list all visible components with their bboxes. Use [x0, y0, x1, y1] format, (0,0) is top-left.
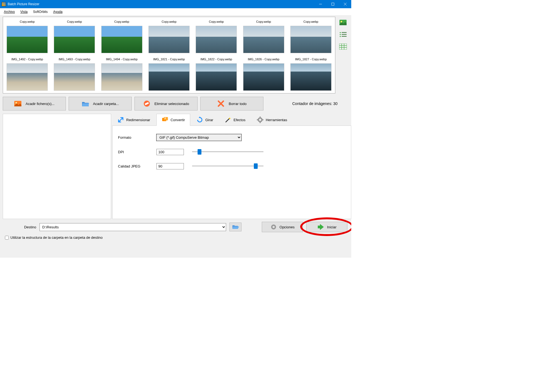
thumbnail-image — [7, 63, 48, 91]
thumbnail-item[interactable]: Copy.webp — [146, 18, 192, 55]
thumbnail-item[interactable]: IMG_1827 - Copy.webp — [288, 56, 334, 92]
close-button[interactable] — [339, 0, 351, 8]
app-icon — [2, 2, 6, 6]
tab-effects[interactable]: Efectos — [220, 114, 251, 126]
tab-resize[interactable]: Redimensionar — [112, 114, 155, 126]
tab-tools[interactable]: Herramientas — [252, 114, 292, 126]
svg-point-8 — [340, 36, 341, 37]
svg-point-6 — [340, 32, 341, 33]
start-button[interactable]: Iniciar — [306, 222, 347, 232]
view-grid-icon[interactable] — [339, 44, 347, 50]
thumbnail-image — [101, 63, 142, 91]
thumbnail-label: Copy.webp — [67, 18, 82, 26]
convert-icon — [162, 117, 168, 123]
remove-icon — [143, 100, 151, 107]
svg-rect-30 — [257, 119, 258, 120]
thumbnail-label: IMG_1821 - Copy.webp — [153, 56, 185, 63]
remove-selected-button[interactable]: Eliminar seleccionado — [134, 97, 198, 110]
format-label: Formato — [118, 135, 156, 140]
thumbnail-item[interactable]: IMG_1494 - Copy.webp — [99, 56, 145, 92]
tab-content-convert: Formato GIF (*.gif) CompuServe Bitmap DP… — [112, 126, 351, 219]
thumbnail-item[interactable]: IMG_1822 - Copy.webp — [193, 56, 239, 92]
thumbnail-item[interactable]: IMG_1821 - Copy.webp — [146, 56, 192, 92]
menu-ayuda[interactable]: Ayuda — [50, 9, 65, 15]
svg-rect-24 — [164, 117, 168, 120]
thumbnail-label: Copy.webp — [256, 18, 271, 26]
browse-folder-button[interactable] — [229, 223, 241, 231]
resize-icon — [117, 117, 124, 123]
tab-convert[interactable]: Convertir — [156, 114, 190, 126]
thumbnail-image — [101, 26, 142, 53]
thumbnail-item[interactable]: Copy.webp — [288, 18, 334, 55]
svg-point-25 — [165, 118, 166, 119]
thumbnail-item[interactable]: Copy.webp — [240, 18, 286, 55]
jpeg-quality-input[interactable] — [156, 163, 184, 169]
thumbnail-image — [148, 63, 190, 91]
thumbnail-item[interactable]: Copy.webp — [51, 18, 97, 55]
add-files-label: Acadir fichero(s)... — [26, 102, 54, 106]
add-files-button[interactable]: Acadir fichero(s)... — [3, 97, 66, 110]
thumbnail-label: IMG_1492 - Copy.webp — [11, 56, 43, 63]
thumbnail-label: Copy.webp — [303, 18, 318, 26]
thumbnail-label: Copy.webp — [209, 18, 224, 26]
jpeg-quality-label: Calidad JPEG — [118, 164, 156, 168]
thumbnail-item[interactable]: IMG_1493 - Copy.webp — [51, 56, 97, 92]
thumbnail-item[interactable]: IMG_1492 - Copy.webp — [4, 56, 50, 92]
thumbnail-image — [290, 26, 331, 53]
thumbnails-panel[interactable]: Copy.webpCopy.webpCopy.webpCopy.webpCopy… — [3, 17, 335, 93]
thumbnail-item[interactable]: Copy.webp — [99, 18, 145, 55]
thumbnail-image — [243, 63, 284, 91]
use-folder-structure-checkbox[interactable] — [5, 236, 9, 240]
window-titlebar: Batch Picture Resizer — [0, 0, 351, 8]
thumbnail-label: IMG_1494 - Copy.webp — [106, 56, 137, 63]
svg-rect-1 — [331, 3, 334, 5]
svg-rect-11 — [342, 36, 347, 37]
destination-select[interactable]: D:\Results — [40, 223, 226, 231]
thumbnail-image — [243, 26, 284, 53]
svg-rect-10 — [342, 34, 347, 35]
thumbnail-label: Copy.webp — [162, 18, 176, 26]
svg-rect-9 — [342, 32, 347, 33]
thumbnail-item[interactable]: Copy.webp — [4, 18, 50, 55]
thumbnail-label: IMG_1826 - Copy.webp — [248, 56, 279, 63]
tab-rotate[interactable]: Girar — [191, 114, 218, 126]
window-title: Batch Picture Resizer — [8, 2, 314, 6]
add-folder-label: Acadir carpeta... — [93, 102, 119, 106]
options-button[interactable]: Opciones — [262, 222, 303, 232]
image-counter: Contador de imágenes: 30 — [292, 101, 348, 106]
menu-softorbits[interactable]: SoftOrbits — [30, 9, 50, 15]
thumbnail-item[interactable]: Copy.webp — [193, 18, 239, 55]
view-thumbnails-icon[interactable] — [339, 19, 347, 25]
svg-point-7 — [340, 34, 341, 35]
thumbnail-label: Copy.webp — [20, 18, 35, 26]
view-list-icon[interactable] — [339, 32, 347, 38]
minimize-button[interactable] — [314, 0, 327, 8]
clear-all-label: Borrar todo — [229, 102, 246, 106]
maximize-button[interactable] — [327, 0, 339, 8]
add-folder-button[interactable]: Acadir carpeta... — [69, 97, 132, 110]
thumbnail-image — [290, 63, 331, 91]
thumbnail-item[interactable]: IMG_1826 - Copy.webp — [240, 56, 286, 92]
thumbnail-image — [196, 63, 237, 91]
actions-toolbar: Acadir fichero(s)... Acadir carpeta... E… — [3, 93, 348, 114]
svg-point-27 — [259, 119, 261, 121]
image-icon — [14, 100, 22, 107]
dpi-input[interactable] — [156, 149, 184, 155]
thumbnail-label: IMG_1493 - Copy.webp — [59, 56, 90, 63]
clear-all-button[interactable]: Borrar todo — [200, 97, 263, 110]
menu-vista[interactable]: Vista — [18, 9, 30, 15]
jpeg-quality-slider[interactable] — [192, 163, 263, 169]
gear-icon — [257, 117, 263, 123]
thumbnail-label: IMG_1827 - Copy.webp — [295, 56, 327, 63]
remove-selected-label: Eliminar seleccionado — [154, 102, 189, 106]
tabs-bar: Redimensionar Convertir Girar Efectos He… — [112, 114, 351, 126]
folder-icon — [81, 100, 89, 107]
thumbnail-image — [7, 26, 48, 53]
menu-archivo[interactable]: Archivo — [1, 9, 18, 15]
svg-rect-31 — [262, 119, 263, 120]
svg-rect-12 — [339, 44, 347, 50]
format-select[interactable]: GIF (*.gif) CompuServe Bitmap — [156, 134, 241, 141]
thumbnail-image — [196, 26, 237, 53]
dpi-slider[interactable] — [192, 149, 263, 155]
clear-icon — [217, 100, 225, 107]
